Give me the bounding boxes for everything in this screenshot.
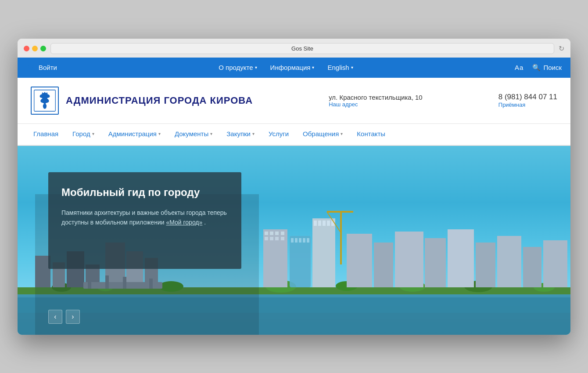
svg-rect-25 — [281, 232, 284, 235]
svg-rect-22 — [265, 232, 268, 235]
hero-text-panel: Мобильный гид по городу Памятники архите… — [48, 172, 241, 269]
svg-rect-24 — [275, 232, 279, 235]
chevron-down-icon: ▾ — [351, 65, 353, 70]
svg-rect-33 — [299, 238, 301, 243]
hero-slider: Мобильный гид по городу Памятники архите… — [18, 146, 570, 335]
svg-rect-37 — [314, 221, 317, 226]
chevron-down-icon: ▾ — [255, 65, 257, 70]
chevron-down-icon: ▾ — [341, 131, 343, 136]
phone-label[interactable]: Приёмная — [498, 101, 557, 108]
nav-about[interactable]: О продукте ▾ — [219, 64, 257, 71]
svg-rect-45 — [347, 234, 372, 287]
chevron-down-icon: ▾ — [92, 131, 94, 136]
nav-about-label: О продукте — [219, 64, 253, 71]
chevron-down-icon: ▾ — [312, 65, 314, 70]
chevron-right-icon: › — [72, 313, 74, 321]
site-header: АДМИНИСТРАЦИЯ ГОРОДА КИРОВА ул. Красного… — [18, 78, 570, 124]
nav-item-docs[interactable]: Документы ▾ — [168, 123, 219, 145]
svg-rect-31 — [291, 238, 294, 243]
nav-item-appeals[interactable]: Обращения ▾ — [296, 123, 350, 145]
slider-next-button[interactable]: › — [66, 310, 80, 324]
login-label: Войти — [39, 64, 57, 71]
svg-rect-27 — [270, 237, 273, 240]
login-button[interactable]: 👤 Войти — [26, 63, 57, 72]
svg-rect-52 — [523, 247, 541, 287]
svg-rect-50 — [476, 243, 495, 287]
chevron-down-icon: ▾ — [210, 131, 212, 136]
nav-lang-label: English — [327, 64, 349, 71]
nav-item-city[interactable]: Город ▾ — [65, 123, 101, 145]
top-nav: 👤 Войти О продукте ▾ Информация ▾ Englis… — [18, 58, 570, 78]
address-label[interactable]: Наш адрес — [329, 101, 423, 108]
search-button[interactable]: 🔍 Поиск — [532, 64, 562, 72]
browser-dots — [24, 46, 46, 51]
svg-rect-30 — [290, 236, 311, 287]
phone-text: 8 (981) 844 07 11 — [498, 93, 557, 101]
svg-rect-47 — [395, 232, 423, 287]
svg-rect-40 — [327, 221, 330, 226]
svg-rect-2 — [44, 106, 45, 108]
emblem-svg — [33, 89, 56, 112]
chevron-down-icon: ▾ — [252, 131, 255, 136]
nav-item-admin[interactable]: Администрация ▾ — [101, 123, 168, 145]
address-bar[interactable]: Gos Site — [50, 43, 554, 54]
svg-rect-38 — [318, 221, 321, 226]
logo-title: АДМИНИСТРАЦИЯ ГОРОДА КИРОВА — [66, 95, 253, 106]
logo-emblem — [31, 87, 59, 115]
svg-rect-34 — [303, 238, 305, 243]
hero-desc-post: . — [204, 219, 206, 226]
nav-info[interactable]: Информация ▾ — [270, 64, 315, 71]
address-text: ул. Красного текстильщика, 10 — [329, 94, 423, 101]
hero-link[interactable]: «Мой город» — [166, 219, 202, 226]
svg-rect-49 — [448, 229, 474, 287]
search-icon: 🔍 — [532, 64, 541, 72]
nav-city-label: Город — [72, 130, 90, 138]
nav-item-services[interactable]: Услуги — [262, 123, 296, 145]
header-address: ул. Красного текстильщика, 10 Наш адрес — [329, 94, 423, 108]
logo-area: АДМИНИСТРАЦИЯ ГОРОДА КИРОВА — [31, 87, 253, 115]
browser-window: Gos Site ↻ 👤 Войти О продукте ▾ Информац… — [18, 39, 570, 335]
svg-rect-23 — [270, 232, 273, 235]
nav-home-label: Главная — [33, 130, 58, 138]
refresh-icon[interactable]: ↻ — [559, 44, 564, 53]
nav-services-label: Услуги — [269, 130, 289, 138]
svg-rect-26 — [265, 237, 268, 240]
nav-item-contacts[interactable]: Контакты — [350, 123, 392, 145]
font-size-button[interactable]: Аа — [515, 64, 524, 71]
svg-rect-43 — [327, 211, 353, 213]
browser-chrome: Gos Site ↻ — [18, 39, 570, 58]
nav-docs-label: Документы — [175, 130, 208, 138]
dot-green[interactable] — [40, 46, 46, 51]
nav-admin-label: Администрация — [108, 130, 157, 138]
nav-procurement-label: Закупки — [226, 130, 251, 138]
header-phone: 8 (981) 844 07 11 Приёмная — [498, 93, 557, 108]
nav-info-label: Информация — [270, 64, 311, 71]
chevron-down-icon: ▾ — [158, 131, 161, 136]
top-nav-center: О продукте ▾ Информация ▾ English ▾ — [57, 64, 515, 71]
top-nav-right: Аа 🔍 Поиск — [515, 64, 562, 72]
svg-rect-42 — [340, 212, 342, 264]
svg-rect-32 — [295, 238, 298, 243]
dot-yellow[interactable] — [32, 46, 38, 51]
svg-rect-29 — [281, 237, 284, 240]
svg-rect-28 — [275, 237, 279, 240]
search-label: Поиск — [543, 64, 562, 71]
nav-item-procurement[interactable]: Закупки ▾ — [219, 123, 262, 145]
svg-rect-51 — [497, 236, 521, 287]
chevron-left-icon: ‹ — [54, 313, 56, 321]
hero-description: Памятники архитектуры и важные объекты г… — [61, 208, 228, 228]
hero-title: Мобильный гид по городу — [61, 185, 228, 199]
svg-rect-35 — [307, 238, 309, 243]
hero-background: Мобильный гид по городу Памятники архите… — [18, 146, 570, 335]
nav-item-home[interactable]: Главная — [26, 123, 65, 145]
user-icon: 👤 — [26, 63, 35, 72]
slider-prev-button[interactable]: ‹ — [48, 310, 62, 324]
nav-lang[interactable]: English ▾ — [327, 64, 353, 71]
svg-rect-36 — [312, 218, 335, 287]
dot-red[interactable] — [24, 46, 29, 51]
svg-rect-46 — [374, 243, 393, 287]
svg-rect-48 — [425, 238, 446, 287]
nav-contacts-label: Контакты — [357, 130, 385, 138]
nav-appeals-label: Обращения — [303, 130, 339, 138]
svg-rect-53 — [543, 240, 567, 287]
